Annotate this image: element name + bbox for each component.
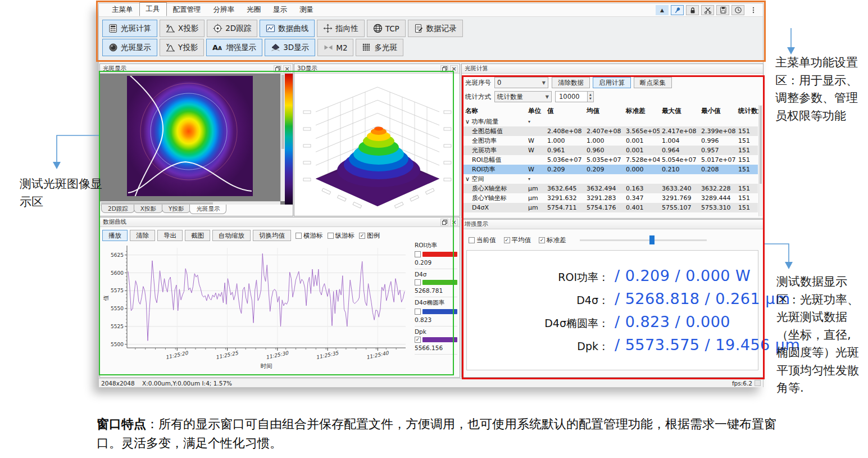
curve-checkbox-纵游标[interactable]: 纵游标 [328, 232, 355, 240]
calc-controls-row-1: 光斑序号 0▼ 清除数据启用计算断点采集 [465, 77, 672, 88]
panel-3d-display: 3D显示 × [294, 64, 460, 216]
menu-item-4[interactable]: 光圈 [240, 3, 267, 16]
curve-button-自动缩放[interactable]: 自动缩放 [212, 230, 251, 241]
restore-icon[interactable] [440, 65, 448, 72]
toolbar-button-spot-display[interactable]: 光斑显示 [102, 39, 157, 56]
data-record-icon [414, 24, 424, 33]
beam-tab-光斑显示[interactable]: 光斑显示 [189, 205, 226, 214]
table-row[interactable]: 全图总幅值2.408e+082.407e+083.565e+052.417e+0… [463, 126, 758, 136]
calc-button-清除数据[interactable]: 清除数据 [552, 77, 590, 88]
spot-seq-label: 光斑序号 [465, 79, 491, 87]
toolbar-button-track-2d[interactable]: 2D跟踪 [207, 20, 257, 37]
more-icon[interactable] [747, 5, 760, 15]
multi-spot-icon [362, 43, 371, 52]
curve-checkbox-横游标[interactable]: 横游标 [296, 232, 323, 240]
history-icon[interactable] [731, 5, 744, 15]
table-group-row[interactable]: ∨ 空间▾ [463, 174, 758, 184]
enhanced-checkbox-当前值[interactable]: 当前值 [469, 236, 496, 244]
table-scrollbar[interactable] [758, 105, 762, 216]
resize-grip[interactable] [755, 380, 761, 386]
toolbar-button-pointing[interactable]: 指向性 [317, 20, 365, 37]
surface-3d-view[interactable] [294, 74, 460, 216]
stat-count-spinner[interactable]: 10000▲▼ [555, 91, 594, 102]
beam-image [127, 76, 253, 196]
font-size-slider[interactable] [580, 235, 707, 244]
beam-tab-X投影[interactable]: X投影 [134, 205, 163, 213]
svg-text:5625: 5625 [111, 252, 124, 258]
table-row[interactable]: ROI功率W0.2090.2090.0000.2100.208151 [463, 165, 758, 174]
toolbar-button-data-record[interactable]: 数据记录 [408, 20, 463, 37]
table-row[interactable]: 质心X轴坐标μm3632.6453632.4940.1633633.240363… [463, 184, 758, 193]
3d-panel-title: 3D显示 [297, 65, 317, 72]
toolbar-button-multi-spot[interactable]: 多光斑 [356, 39, 403, 56]
curve-button-截图[interactable]: 截图 [185, 230, 210, 241]
save-icon[interactable] [716, 5, 729, 15]
collapse-icon[interactable]: ▲ [656, 5, 669, 15]
toolbar-button-label: X投影 [178, 24, 198, 34]
menu-item-0[interactable]: 主菜单 [106, 3, 139, 16]
toolbar-row-2: 光斑显示YY投影AA增强显示3D显示M2多光斑 [102, 39, 761, 56]
menu-item-6[interactable]: 测量 [293, 3, 320, 16]
svg-text:值: 值 [103, 295, 109, 301]
enhanced-checkbox-标准差[interactable]: ✓标准差 [539, 236, 566, 244]
curve-button-导出[interactable]: 导出 [157, 230, 183, 241]
status-left: 2048x2048 X:0.00um,Y:0.00um I:4; 1.57% [101, 380, 232, 387]
calc-buttons: 清除数据启用计算断点采集 [552, 77, 672, 88]
restore-icon[interactable] [440, 219, 448, 226]
pin-icon[interactable] [671, 5, 684, 15]
curve-checkbox-图例[interactable]: ✓图例 [359, 232, 380, 240]
enhanced-panel-title: 增强显示 [465, 220, 488, 228]
toolbar-button-projection-y[interactable]: YY投影 [160, 39, 204, 56]
legend-checkbox[interactable]: ✓ [415, 337, 421, 343]
table-row[interactable]: D4σXμm5754.7115754.1760.4015755.1075753.… [463, 203, 758, 212]
toolbar-button-calculator[interactable]: 光斑计算 [102, 20, 157, 37]
legend-checkbox[interactable] [415, 279, 421, 285]
curve-button-清除[interactable]: 清除 [130, 230, 155, 241]
toolbar-button-label: 3D显示 [283, 43, 309, 53]
restore-icon[interactable] [274, 65, 281, 72]
beam-view[interactable] [100, 74, 293, 206]
toolbar-button-globe[interactable]: TCP [367, 20, 406, 37]
table-group-row[interactable]: ∨ 功率/能量▾ [463, 117, 758, 126]
table-row[interactable]: ROI总幅值5.036e+075.035e+077.528e+045.054e+… [463, 155, 758, 165]
curve-button-播放[interactable]: 播放 [102, 230, 128, 241]
table-row[interactable]: 全图功率W1.0001.0000.0011.0040.996151 [463, 136, 758, 146]
menu-item-2[interactable]: 配置管理 [167, 3, 207, 16]
svg-text:11:25:30: 11:25:30 [265, 350, 289, 360]
menu-item-3[interactable]: 分辨率 [207, 3, 241, 16]
beam-tab-2D跟踪[interactable]: 2D跟踪 [101, 205, 135, 213]
menu-item-1[interactable]: 工具 [139, 2, 167, 16]
legend-color-bar [422, 309, 457, 314]
stat-mode-select[interactable]: 统计数量▼ [494, 91, 552, 102]
beam-panel-title: 光斑显示 [103, 65, 126, 72]
table-row[interactable]: 质心Y轴坐标μm3291.6323291.2830.3473291.769328… [463, 193, 758, 203]
toolbar: 光斑计算XX投影2D跟踪数据曲线指向性TCP数据记录 光斑显示YY投影AA增强显… [102, 18, 761, 58]
calculator-icon [108, 24, 118, 33]
legend-checkbox[interactable] [415, 309, 421, 315]
toolbar-button-display-3d[interactable]: 3D显示 [265, 39, 315, 56]
svg-text:11:25:35: 11:25:35 [316, 350, 340, 360]
close-icon[interactable]: × [450, 219, 458, 226]
toolbar-button-data-curve[interactable]: 数据曲线 [260, 20, 315, 37]
toolbar-button-enhance[interactable]: AA增强显示 [206, 39, 262, 56]
toolbar-button-label: Y投影 [178, 43, 198, 53]
enhanced-checkbox-平均值[interactable]: ✓平均值 [504, 236, 531, 244]
spot-seq-select[interactable]: 0▼ [494, 77, 548, 88]
table-row[interactable]: 光斑功率W0.9610.9600.0010.9640.957151 [463, 146, 758, 155]
toolbar-button-label: 多光斑 [374, 43, 397, 53]
toolbar-button-m2[interactable]: M2 [317, 39, 353, 56]
beam-tab-Y投影[interactable]: Y投影 [162, 205, 190, 213]
vertical-scrollbar[interactable] [280, 74, 285, 201]
menu-item-5[interactable]: 显示 [267, 3, 293, 16]
close-icon[interactable]: × [450, 65, 458, 72]
calc-button-断点采集[interactable]: 断点采集 [634, 77, 672, 88]
calc-button-启用计算[interactable]: 启用计算 [593, 77, 631, 88]
legend-checkbox[interactable] [415, 251, 421, 257]
curve-button-切换均值[interactable]: 切换均值 [253, 230, 291, 241]
cut-icon[interactable] [701, 5, 714, 15]
lock-icon[interactable] [686, 5, 699, 15]
toolbar-button-label: 光斑计算 [121, 24, 151, 34]
close-icon[interactable]: × [283, 65, 291, 72]
toolbar-button-projection-x[interactable]: XX投影 [160, 20, 204, 37]
readout-D4σ椭圆率: D4σ椭圆率：/ 0.823 / 0.000 [477, 313, 748, 331]
